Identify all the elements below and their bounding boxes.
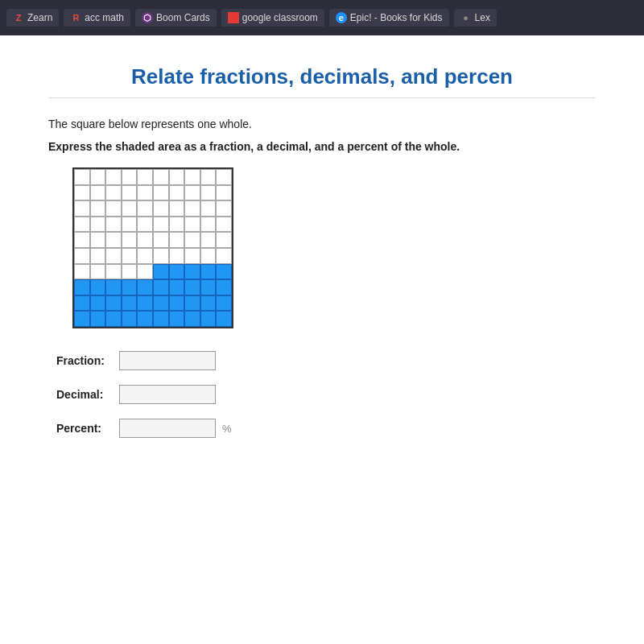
grid-cell — [216, 169, 232, 185]
grid-cell — [105, 217, 122, 233]
grid-cell — [90, 295, 106, 312]
grid-cell — [184, 279, 200, 295]
grid-cell — [169, 264, 185, 280]
boom-cards-icon: ⬡ — [142, 12, 153, 23]
grid-cell — [105, 185, 122, 201]
grid-cell — [200, 185, 217, 201]
grid-cell — [200, 169, 217, 185]
grid-cell — [122, 311, 138, 327]
grid-cell — [137, 232, 153, 248]
grid-cell — [74, 200, 90, 217]
grid-cell — [153, 295, 169, 312]
grid-cell — [169, 295, 185, 312]
grid-cell — [105, 169, 122, 185]
grid-cell — [153, 169, 169, 185]
grid-cell — [169, 279, 185, 295]
grid-cell — [122, 279, 138, 295]
grid-cell — [105, 248, 122, 264]
grid-cell — [169, 311, 185, 327]
grid-cell — [122, 248, 138, 264]
percent-symbol: % — [222, 423, 232, 435]
grid-cell — [169, 185, 185, 201]
grid-cell — [216, 232, 232, 248]
browser-tab-bar: Z Zearn R acc math ⬡ Boom Cards google c… — [0, 0, 644, 35]
grid-cell — [216, 217, 232, 233]
grid-cell — [200, 279, 217, 295]
grid-cell — [105, 200, 122, 217]
tab-google-classroom[interactable]: google classroom — [221, 9, 324, 27]
grid-cell — [153, 248, 169, 264]
grid-cell — [169, 248, 185, 264]
grid-cell — [74, 185, 90, 201]
grid-cell — [169, 200, 185, 217]
grid-cell — [200, 295, 217, 312]
grid-cell — [90, 185, 106, 201]
grid-cell — [122, 169, 138, 185]
tab-label-zearn: Zearn — [27, 12, 52, 23]
grid-cell — [90, 232, 106, 248]
grid-cell — [74, 232, 90, 248]
fraction-input[interactable] — [119, 351, 216, 370]
grid-cell — [153, 200, 169, 217]
grid-cell — [105, 264, 122, 280]
grid-cell — [184, 232, 200, 248]
grid-cell — [216, 185, 232, 201]
grid-cell — [200, 217, 217, 233]
grid-cell — [122, 232, 138, 248]
answer-form: Fraction: Decimal: Percent: % — [56, 351, 596, 438]
grid-cell — [184, 200, 200, 217]
lex-icon: ● — [460, 12, 472, 23]
grid-cell — [74, 217, 90, 233]
instruction-2: Express the shaded area as a fraction, a… — [48, 140, 596, 153]
fraction-grid — [72, 167, 233, 328]
tab-label-boom-cards: Boom Cards — [156, 12, 210, 23]
epic-icon: e — [336, 12, 347, 23]
grid-cell — [105, 279, 122, 295]
grid-cell — [184, 311, 200, 327]
grid-cell — [200, 200, 217, 217]
grid-cell — [137, 248, 153, 264]
grid-cell — [137, 200, 153, 217]
grid-cell — [153, 311, 169, 327]
tab-acc-math[interactable]: R acc math — [64, 9, 130, 27]
percent-label: Percent: — [56, 422, 113, 435]
fraction-label: Fraction: — [56, 354, 113, 367]
grid-cell — [90, 217, 106, 233]
grid-cell — [122, 295, 138, 312]
tab-boom-cards[interactable]: ⬡ Boom Cards — [135, 9, 217, 27]
grid-cell — [90, 169, 106, 185]
grid-cell — [216, 295, 232, 312]
grid-cell — [74, 295, 90, 312]
percent-input[interactable] — [119, 419, 216, 438]
grid-cell — [137, 264, 153, 280]
acc-math-icon: R — [70, 12, 81, 23]
instruction-1: The square below represents one whole. — [48, 118, 596, 130]
grid-cell — [184, 264, 200, 280]
grid-cell — [216, 248, 232, 264]
grid-cell — [74, 169, 90, 185]
grid-cell — [137, 295, 153, 312]
decimal-input[interactable] — [119, 385, 216, 404]
tab-lex[interactable]: ● Lex — [454, 9, 497, 27]
grid-cell — [184, 169, 200, 185]
percent-row: Percent: % — [56, 419, 596, 438]
decimal-row: Decimal: — [56, 385, 596, 404]
tab-label-lex: Lex — [475, 12, 490, 23]
grid-cell — [137, 311, 153, 327]
decimal-label: Decimal: — [56, 388, 113, 401]
grid-cell — [90, 264, 106, 280]
fraction-row: Fraction: — [56, 351, 596, 370]
grid-cell — [216, 264, 232, 280]
grid-cell — [153, 264, 169, 280]
grid-cell — [184, 217, 200, 233]
tab-epic[interactable]: e Epic! - Books for Kids — [329, 9, 449, 27]
grid-cell — [184, 295, 200, 312]
page-title: Relate fractions, decimals, and percen — [48, 52, 596, 98]
grid-cell — [216, 311, 232, 327]
grid-cell — [137, 169, 153, 185]
tab-label-epic: Epic! - Books for Kids — [350, 12, 443, 23]
grid-cell — [105, 295, 122, 312]
tab-zearn[interactable]: Z Zearn — [6, 9, 59, 27]
grid-cell — [122, 200, 138, 217]
grid-cell — [153, 232, 169, 248]
